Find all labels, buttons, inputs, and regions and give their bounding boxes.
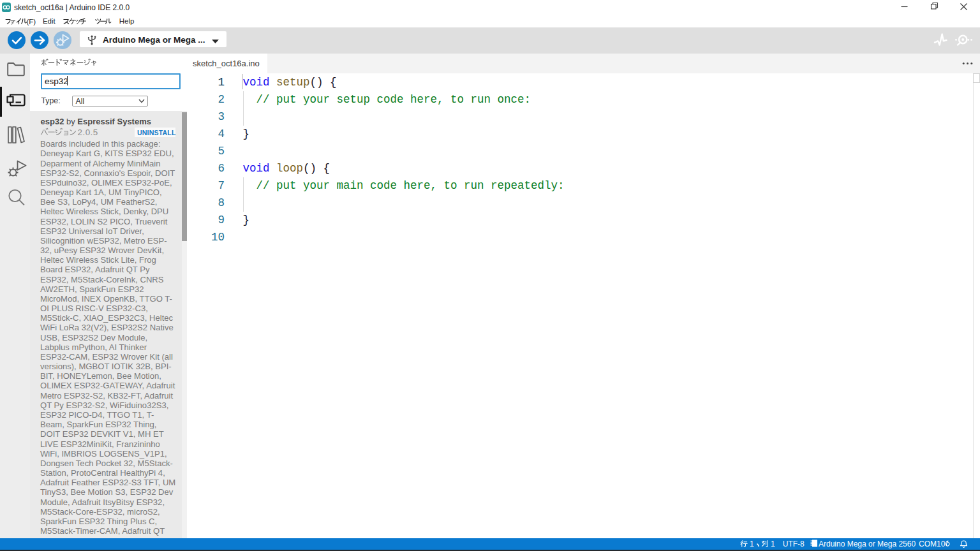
svg-text:1: 1 xyxy=(771,539,775,548)
svg-text:2.0.5: 2.0.5 xyxy=(78,128,98,137)
svg-text:1: 1 xyxy=(750,539,754,548)
svg-text:(F): (F) xyxy=(27,18,36,26)
